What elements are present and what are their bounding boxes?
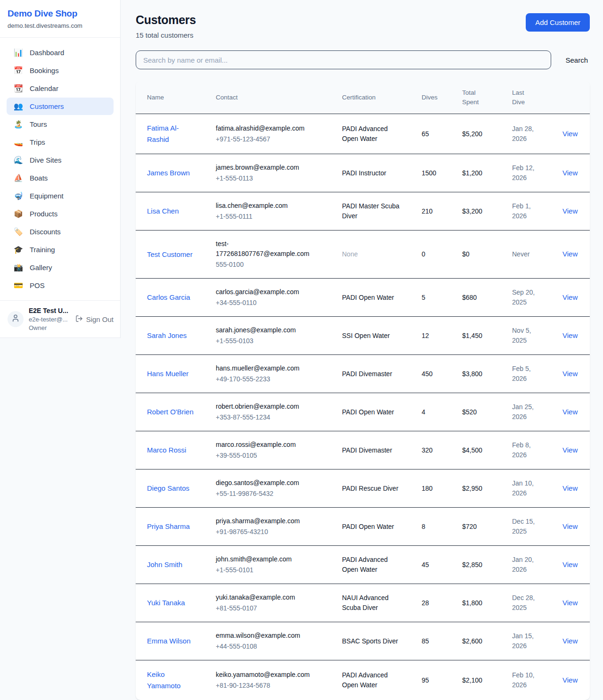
training-icon: 🎓 bbox=[13, 246, 24, 254]
brand-block: Demo Dive Shop demo.test.divestreams.com bbox=[0, 0, 120, 37]
customer-name-link[interactable]: Lisa Chen bbox=[147, 206, 179, 217]
customer-phone: +49-170-555-2233 bbox=[216, 374, 331, 384]
sidebar-item-bookings[interactable]: 📅 Bookings bbox=[7, 62, 114, 79]
customer-email: emma.wilson@example.com bbox=[216, 631, 318, 641]
customer-total-spent: $4,500 bbox=[462, 446, 482, 454]
customer-name-link[interactable]: Yuki Tanaka bbox=[147, 597, 185, 609]
table-header-row: NameContactCertificationDivesTotal Spent… bbox=[136, 81, 590, 114]
customer-dives: 5 bbox=[422, 294, 425, 301]
customer-last-dive: Jan 15, 2026 bbox=[512, 631, 539, 651]
shop-name: Demo Dive Shop bbox=[8, 8, 113, 19]
customer-name-link[interactable]: John Smith bbox=[147, 559, 182, 570]
table-row: Lisa Chen lisa.chen@example.com +1-555-0… bbox=[136, 192, 590, 231]
sidebar-item-training[interactable]: 🎓 Training bbox=[7, 241, 114, 258]
add-customer-button[interactable]: Add Customer bbox=[526, 13, 590, 32]
customer-dives: 8 bbox=[422, 523, 425, 530]
table-row: John Smith john.smith@example.com +1-555… bbox=[136, 546, 590, 584]
sidebar-item-boats[interactable]: ⛵ Boats bbox=[7, 169, 114, 187]
customer-email: robert.obrien@example.com bbox=[216, 402, 318, 412]
customer-name-link[interactable]: Test Customer bbox=[147, 249, 193, 260]
customer-dives: 320 bbox=[422, 446, 432, 454]
customer-dives: 180 bbox=[422, 485, 432, 492]
customer-name-link[interactable]: Keiko Yamamoto bbox=[147, 669, 194, 692]
table-row: Test Customer test-1772681807767@example… bbox=[136, 231, 590, 279]
customer-last-dive: Jan 20, 2026 bbox=[512, 555, 539, 575]
customer-certification: PADI Advanced Open Water bbox=[342, 555, 399, 575]
customer-name-link[interactable]: Emma Wilson bbox=[147, 635, 191, 647]
customer-last-dive: Jan 10, 2026 bbox=[512, 478, 539, 498]
sidebar-item-customers[interactable]: 👥 Customers bbox=[7, 98, 114, 115]
customer-name-link[interactable]: Carlos Garcia bbox=[147, 292, 190, 303]
customer-certification: PADI Divemaster bbox=[342, 445, 392, 455]
view-customer-link[interactable]: View bbox=[562, 370, 578, 378]
sidebar-item-label: Equipment bbox=[30, 192, 64, 200]
search-button[interactable]: Search bbox=[563, 56, 590, 64]
customer-name-link[interactable]: Diego Santos bbox=[147, 483, 189, 494]
customer-email: john.smith@example.com bbox=[216, 554, 318, 564]
customer-phone: 555-0100 bbox=[216, 260, 331, 270]
table-row: Carlos Garcia carlos.garcia@example.com … bbox=[136, 279, 590, 317]
sidebar-item-trips[interactable]: 🚤 Trips bbox=[7, 133, 114, 151]
sidebar-item-gallery[interactable]: 📸 Gallery bbox=[7, 259, 114, 276]
customer-phone: +81-555-0107 bbox=[216, 603, 331, 613]
user-icon bbox=[11, 314, 20, 324]
customer-phone: +39-555-0105 bbox=[216, 451, 331, 461]
calendar-icon: 📆 bbox=[13, 85, 24, 92]
customer-name-link[interactable]: Sarah Jones bbox=[147, 330, 187, 341]
table-row: Emma Wilson emma.wilson@example.com +44-… bbox=[136, 622, 590, 660]
view-customer-link[interactable]: View bbox=[562, 446, 578, 454]
customer-name-link[interactable]: James Brown bbox=[147, 167, 190, 179]
customer-name-link[interactable]: Robert O'Brien bbox=[147, 406, 194, 418]
view-customer-link[interactable]: View bbox=[562, 331, 578, 339]
view-customer-link[interactable]: View bbox=[562, 130, 578, 138]
sidebar-item-discounts[interactable]: 🏷️ Discounts bbox=[7, 223, 114, 240]
sidebar-item-equipment[interactable]: 🤿 Equipment bbox=[7, 187, 114, 205]
app: Demo Dive Shop demo.test.divestreams.com… bbox=[0, 0, 603, 700]
view-customer-link[interactable]: View bbox=[562, 293, 578, 301]
customer-dives: 45 bbox=[422, 561, 429, 568]
customer-name-link[interactable]: Hans Mueller bbox=[147, 368, 188, 379]
view-customer-link[interactable]: View bbox=[562, 169, 578, 177]
customer-name-link[interactable]: Marco Rossi bbox=[147, 445, 186, 456]
view-customer-link[interactable]: View bbox=[562, 408, 578, 416]
view-customer-link[interactable]: View bbox=[562, 599, 578, 607]
search-input[interactable] bbox=[136, 50, 551, 69]
sidebar-item-dashboard[interactable]: 📊 Dashboard bbox=[7, 44, 114, 61]
sidebar-item-label: Dive Sites bbox=[30, 156, 62, 164]
customer-dives: 85 bbox=[422, 637, 429, 645]
customer-last-dive: Feb 10, 2026 bbox=[512, 670, 539, 690]
user-info: E2E Test U... e2e-tester@... Owner bbox=[29, 307, 70, 331]
view-customer-link[interactable]: View bbox=[562, 207, 578, 215]
sidebar-item-dive-sites[interactable]: 🌊 Dive Sites bbox=[7, 151, 114, 169]
customer-dives: 65 bbox=[422, 130, 429, 138]
products-icon: 📦 bbox=[13, 210, 24, 218]
customer-certification: PADI Instructor bbox=[342, 168, 386, 178]
customer-total-spent: $3,800 bbox=[462, 370, 482, 378]
customer-last-dive: Never bbox=[512, 249, 530, 259]
sidebar-item-products[interactable]: 📦 Products bbox=[7, 205, 114, 222]
customer-phone: +1-555-0101 bbox=[216, 565, 331, 575]
view-customer-link[interactable]: View bbox=[562, 484, 578, 492]
customers-table: NameContactCertificationDivesTotal Spent… bbox=[136, 81, 590, 700]
pos-icon: 💳 bbox=[13, 282, 24, 289]
sign-out-button[interactable]: Sign Out bbox=[75, 315, 114, 324]
customer-name-link[interactable]: Fatima Al-Rashid bbox=[147, 123, 194, 145]
table-row: Hans Mueller hans.mueller@example.com +4… bbox=[136, 355, 590, 393]
customer-last-dive: Feb 1, 2026 bbox=[512, 201, 539, 221]
dashboard-icon: 📊 bbox=[13, 49, 24, 57]
view-customer-link[interactable]: View bbox=[562, 250, 578, 258]
table-row: Fatima Al-Rashid fatima.alrashid@example… bbox=[136, 114, 590, 154]
customer-certification: PADI Advanced Open Water bbox=[342, 124, 399, 144]
column-header-actions bbox=[562, 81, 590, 114]
table-row: Robert O'Brien robert.obrien@example.com… bbox=[136, 393, 590, 431]
view-customer-link[interactable]: View bbox=[562, 522, 578, 530]
customer-dives: 0 bbox=[422, 250, 425, 258]
view-customer-link[interactable]: View bbox=[562, 560, 578, 568]
sidebar-item-pos[interactable]: 💳 POS bbox=[7, 277, 114, 294]
customer-name-link[interactable]: Priya Sharma bbox=[147, 521, 190, 532]
view-customer-link[interactable]: View bbox=[562, 676, 578, 684]
sidebar-item-tours[interactable]: 🏝️ Tours bbox=[7, 115, 114, 133]
sidebar-item-calendar[interactable]: 📆 Calendar bbox=[7, 80, 114, 97]
view-customer-link[interactable]: View bbox=[562, 637, 578, 645]
customer-phone: +1-555-0103 bbox=[216, 336, 331, 346]
